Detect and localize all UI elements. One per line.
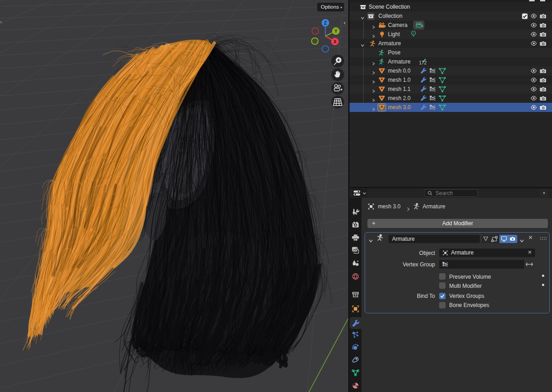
svg-text:X: X	[334, 39, 337, 44]
svg-text:Z: Z	[324, 21, 327, 26]
svg-text:Y: Y	[334, 29, 338, 34]
